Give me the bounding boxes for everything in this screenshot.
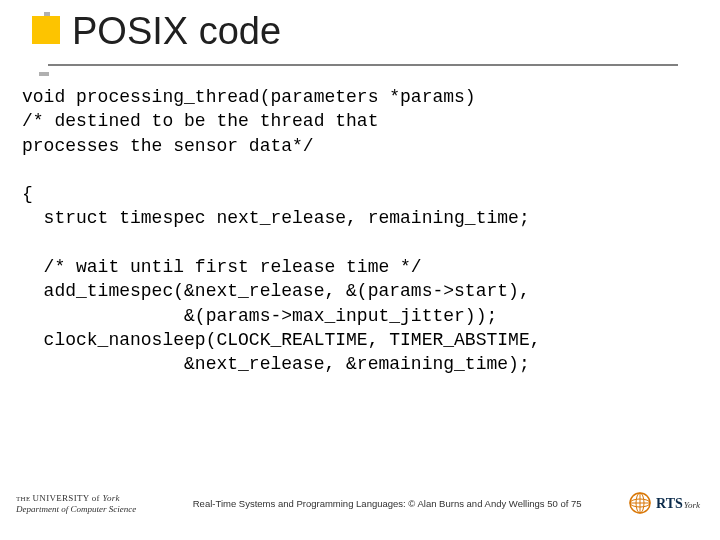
code-line: add_timespec(&next_release, &(params->st…	[22, 281, 530, 301]
department: Department of Computer Science	[16, 504, 136, 514]
uni-of: of	[89, 493, 102, 503]
rts-logo-sub: York	[684, 500, 700, 510]
title-accent-dash	[44, 12, 50, 16]
footer-caption: Real-Time Systems and Programming Langua…	[146, 498, 628, 509]
code-line: /* wait until first release time */	[22, 257, 422, 277]
code-line: void processing_thread(parameters *param…	[22, 87, 476, 107]
code-block: void processing_thread(parameters *param…	[0, 53, 720, 377]
code-line: &next_release, &remaining_time);	[22, 354, 530, 374]
university-name: THE UNIVERSITY of York	[16, 493, 136, 503]
code-line: &(params->max_input_jitter));	[22, 306, 497, 326]
title-accent-dash2	[39, 72, 49, 76]
uni-prefix: THE	[16, 495, 33, 503]
rts-logo-group: RTSYork	[656, 494, 700, 512]
title-area: POSIX code	[0, 0, 720, 53]
code-line: clock_nanosleep(CLOCK_REALTIME, TIMER_AB…	[22, 330, 540, 350]
title-underline	[48, 64, 678, 66]
footer-right: RTSYork	[628, 491, 700, 515]
code-line: processes the sensor data*/	[22, 136, 314, 156]
uni-loc: York	[102, 493, 119, 503]
code-line: struct timespec next_release, remaining_…	[22, 208, 530, 228]
globe-icon	[628, 491, 652, 515]
footer: THE UNIVERSITY of York Department of Com…	[0, 478, 720, 528]
title-accent-square	[32, 16, 60, 44]
slide: POSIX code void processing_thread(parame…	[0, 0, 720, 540]
uni-main: UNIVERSITY	[33, 493, 90, 503]
rts-logo-text: RTS	[656, 496, 683, 511]
code-line: /* destined to be the thread that	[22, 111, 378, 131]
slide-title: POSIX code	[0, 10, 720, 53]
code-line: {	[22, 184, 33, 204]
footer-left: THE UNIVERSITY of York Department of Com…	[16, 493, 136, 514]
